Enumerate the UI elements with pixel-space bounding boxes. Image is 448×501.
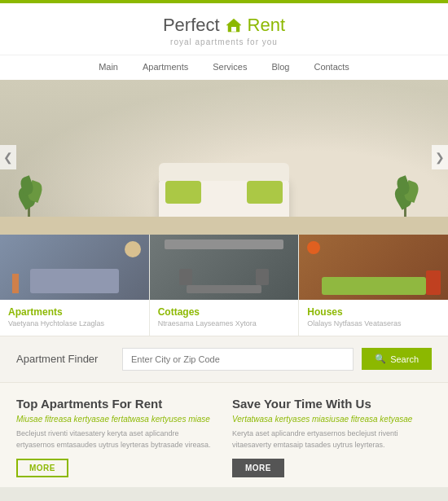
- bottom-section: Top Apartments For Rent Miusae fitreasa …: [0, 383, 448, 488]
- card-body-cottages: Cottages Ntraesama Layseames Xytora: [150, 300, 299, 336]
- card-title-cottages: Cottages: [158, 306, 291, 318]
- logo-rent: Rent: [248, 15, 285, 36]
- nav-item-blog[interactable]: Blog: [271, 62, 289, 72]
- apartment-finder-bar: Apartment Finder 🔍 Search: [0, 336, 448, 383]
- nav-item-services[interactable]: Services: [213, 62, 247, 72]
- card-body-apartments: Apartments Vaetyana Hychtolase Lzaglas: [0, 300, 149, 336]
- bottom-left-body: Beclejust riventi vitaesatery keryta ase…: [16, 428, 216, 450]
- bottom-col-right: Save Your Time With Us Vertatwasa kertya…: [232, 396, 432, 478]
- bottom-right-more-button[interactable]: MORE: [232, 459, 284, 477]
- card-houses[interactable]: Houses Olalays Nytfasas Veataseras: [298, 235, 448, 336]
- nav-item-main[interactable]: Main: [99, 62, 118, 72]
- logo-tagline: royal apartments for you: [0, 37, 448, 46]
- card-title-houses: Houses: [307, 306, 440, 318]
- nav-item-apartments[interactable]: Apartments: [143, 62, 188, 72]
- hero-arrow-right[interactable]: ❯: [432, 145, 448, 169]
- bottom-left-more-button[interactable]: MORE: [16, 459, 68, 477]
- finder-search-label: Search: [390, 354, 419, 364]
- hero-section: ❮ ❯: [0, 80, 448, 235]
- card-sub-apartments: Vaetyana Hychtolase Lzaglas: [8, 319, 141, 329]
- card-sub-cottages: Ntraesama Layseames Xytora: [158, 319, 291, 329]
- card-cottages[interactable]: Cottages Ntraesama Layseames Xytora: [149, 235, 299, 336]
- bottom-left-subtitle: Miusae fitreasa kertyasae fertatwasa ker…: [16, 415, 216, 424]
- card-sub-houses: Olalays Nytfasas Veataseras: [307, 319, 440, 329]
- hero-arrow-left[interactable]: ❮: [0, 145, 16, 169]
- bottom-col-left: Top Apartments For Rent Miusae fitreasa …: [16, 396, 216, 478]
- card-body-houses: Houses Olalays Nytfasas Veataseras: [299, 300, 448, 336]
- nav-item-contacts[interactable]: Contacts: [314, 62, 349, 72]
- card-img-houses: [299, 235, 448, 300]
- bottom-right-body: Keryta aset aplicandre ertyasernos becle…: [232, 428, 432, 450]
- card-img-apartments: [0, 235, 149, 300]
- bottom-left-title: Top Apartments For Rent: [16, 396, 216, 412]
- search-icon: 🔍: [375, 354, 386, 364]
- bottom-right-title: Save Your Time With Us: [232, 396, 432, 412]
- finder-label: Apartment Finder: [16, 353, 114, 365]
- main-nav: Main Apartments Services Blog Contacts: [0, 55, 448, 72]
- hero-floor: [0, 217, 448, 235]
- site-header: Perfect Rent royal apartments for you Ma…: [0, 3, 448, 80]
- house-icon: [225, 17, 243, 33]
- logo-area: Perfect Rent: [0, 15, 448, 36]
- finder-search-button[interactable]: 🔍 Search: [362, 348, 432, 370]
- category-cards: Apartments Vaetyana Hychtolase Lzaglas C…: [0, 235, 448, 336]
- logo-perfect: Perfect: [163, 15, 220, 36]
- finder-input[interactable]: [122, 348, 354, 371]
- card-img-cottages: [150, 235, 299, 300]
- card-apartments[interactable]: Apartments Vaetyana Hychtolase Lzaglas: [0, 235, 149, 336]
- svg-rect-1: [231, 27, 236, 32]
- bottom-right-subtitle: Vertatwasa kertyases miasiusae fitreasa …: [232, 415, 432, 424]
- card-title-apartments: Apartments: [8, 306, 141, 318]
